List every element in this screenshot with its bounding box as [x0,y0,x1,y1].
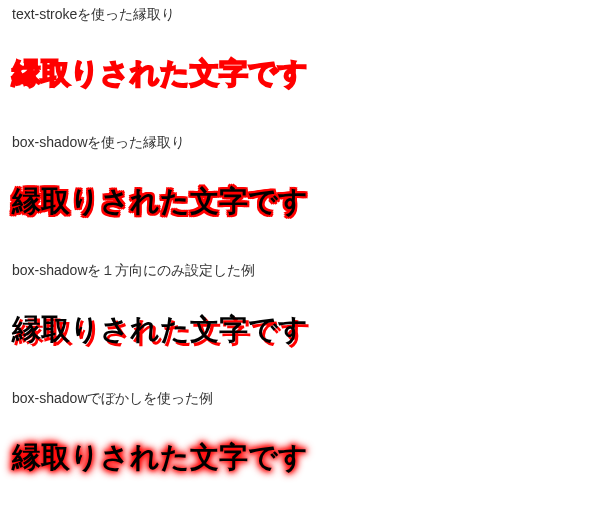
sample-blur: 縁取りされた文字です [12,438,598,478]
sample-single-direction: 縁取りされた文字です [12,310,598,350]
description-blur: box-shadowでぼかしを使った例 [12,390,598,408]
sample-text-stroke: 縁取りされた文字です [12,54,598,94]
sample-box-shadow: 縁取りされた文字です [12,182,598,222]
description-single-direction: box-shadowを１方向にのみ設定した例 [12,262,598,280]
description-box-shadow: box-shadowを使った縁取り [12,134,598,152]
description-text-stroke: text-strokeを使った縁取り [12,6,598,24]
